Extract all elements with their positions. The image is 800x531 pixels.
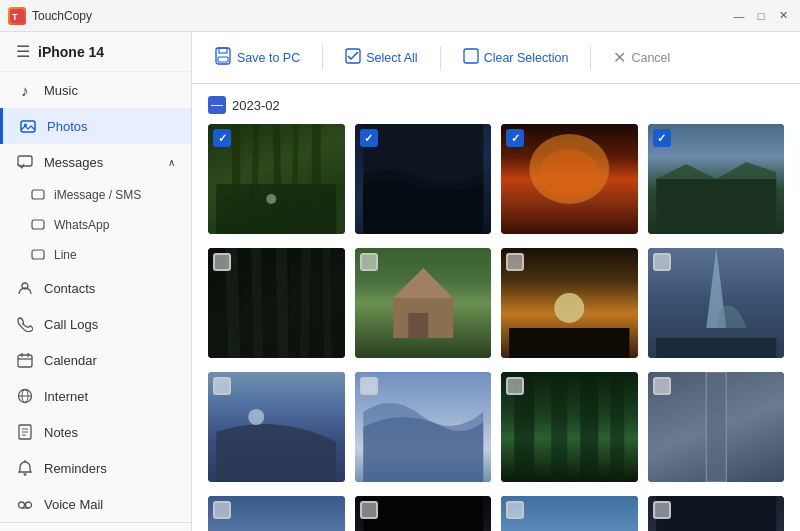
svg-point-23 bbox=[19, 502, 25, 508]
sidebar-label-line: Line bbox=[54, 248, 77, 262]
internet-icon bbox=[16, 387, 34, 405]
sidebar-item-internet[interactable]: Internet bbox=[0, 378, 191, 414]
photo-item-2[interactable] bbox=[355, 124, 492, 234]
photo-checkbox-5[interactable] bbox=[213, 253, 231, 271]
svg-text:T: T bbox=[12, 12, 18, 22]
photo-grid-row4 bbox=[208, 496, 784, 531]
photo-item-5[interactable] bbox=[208, 248, 345, 358]
photo-checkbox-16[interactable] bbox=[653, 501, 671, 519]
sidebar-item-settings[interactable]: Settings bbox=[0, 523, 191, 531]
sidebar-item-imessage[interactable]: iMessage / SMS bbox=[20, 180, 191, 210]
messages-sub-items: iMessage / SMS WhatsApp Line bbox=[0, 180, 191, 270]
sidebar-item-notes[interactable]: Notes bbox=[0, 414, 191, 450]
sidebar-item-calendar[interactable]: Calendar bbox=[0, 342, 191, 378]
clear-selection-button[interactable]: Clear Selection bbox=[457, 44, 575, 72]
photo-item-10[interactable] bbox=[355, 372, 492, 482]
notes-icon bbox=[16, 423, 34, 441]
photo-item-6[interactable] bbox=[355, 248, 492, 358]
toolbar-sep2 bbox=[440, 46, 441, 70]
reminders-icon bbox=[16, 459, 34, 477]
photo-item-1[interactable] bbox=[208, 124, 345, 234]
toolbar-sep1 bbox=[322, 46, 323, 70]
sidebar-item-messages[interactable]: Messages ∧ bbox=[0, 144, 191, 180]
save-to-pc-button[interactable]: Save to PC bbox=[208, 43, 306, 73]
photo-item-9[interactable] bbox=[208, 372, 345, 482]
cancel-button[interactable]: ✕ Cancel bbox=[607, 44, 676, 71]
minimize-button[interactable]: — bbox=[730, 7, 748, 25]
sidebar-item-music[interactable]: ♪ Music bbox=[0, 72, 191, 108]
photo-item-12[interactable] bbox=[648, 372, 785, 482]
sidebar-item-contacts[interactable]: Contacts bbox=[0, 270, 191, 306]
photo-checkbox-14[interactable] bbox=[360, 501, 378, 519]
photo-checkbox-3[interactable] bbox=[506, 129, 524, 147]
photo-grid-row2 bbox=[208, 248, 784, 358]
sidebar-label-internet: Internet bbox=[44, 389, 175, 404]
photo-item-11[interactable] bbox=[501, 372, 638, 482]
photo-checkbox-11[interactable] bbox=[506, 377, 524, 395]
maximize-button[interactable]: □ bbox=[752, 7, 770, 25]
whatsapp-icon bbox=[30, 217, 46, 233]
photo-item-15[interactable] bbox=[501, 496, 638, 531]
photo-item-8[interactable] bbox=[648, 248, 785, 358]
sidebar-item-voicemail[interactable]: Voice Mail bbox=[0, 486, 191, 522]
month-header: — 2023-02 bbox=[208, 96, 784, 114]
sidebar-label-music: Music bbox=[44, 83, 175, 98]
cancel-icon: ✕ bbox=[613, 48, 626, 67]
sidebar-label-voicemail: Voice Mail bbox=[44, 497, 175, 512]
photo-checkbox-9[interactable] bbox=[213, 377, 231, 395]
sidebar-item-whatsapp[interactable]: WhatsApp bbox=[20, 210, 191, 240]
photo-grid-container[interactable]: — 2023-02 bbox=[192, 84, 800, 531]
sidebar-label-messages: Messages bbox=[44, 155, 158, 170]
sidebar-label-notes: Notes bbox=[44, 425, 175, 440]
save-icon bbox=[214, 47, 232, 69]
sidebar-item-call-logs[interactable]: Call Logs bbox=[0, 306, 191, 342]
photo-item-4[interactable] bbox=[648, 124, 785, 234]
sidebar-item-photos[interactable]: Photos bbox=[0, 108, 191, 144]
month-toggle[interactable]: — bbox=[208, 96, 226, 114]
device-name: iPhone 14 bbox=[38, 44, 104, 60]
svg-line-45 bbox=[256, 248, 258, 358]
photo-checkbox-2[interactable] bbox=[360, 129, 378, 147]
svg-rect-28 bbox=[219, 48, 227, 53]
month-label: 2023-02 bbox=[232, 98, 280, 113]
photo-item-13[interactable] bbox=[208, 496, 345, 531]
photo-checkbox-10[interactable] bbox=[360, 377, 378, 395]
svg-rect-7 bbox=[32, 250, 44, 259]
sidebar-label-contacts: Contacts bbox=[44, 281, 175, 296]
svg-point-42 bbox=[539, 149, 599, 199]
photo-checkbox-4[interactable] bbox=[653, 129, 671, 147]
photo-checkbox-8[interactable] bbox=[653, 253, 671, 271]
contacts-icon bbox=[16, 279, 34, 297]
svg-line-44 bbox=[231, 248, 234, 358]
sidebar: ☰ iPhone 14 ♪ Music Photos Messages ∧ bbox=[0, 32, 192, 531]
photo-checkbox-15[interactable] bbox=[506, 501, 524, 519]
sidebar-item-line[interactable]: Line bbox=[20, 240, 191, 270]
sidebar-label-reminders: Reminders bbox=[44, 461, 175, 476]
photo-item-16[interactable] bbox=[648, 496, 785, 531]
sidebar-item-reminders[interactable]: Reminders bbox=[0, 450, 191, 486]
sidebar-label-whatsapp: WhatsApp bbox=[54, 218, 109, 232]
photo-item-7[interactable] bbox=[501, 248, 638, 358]
photos-icon bbox=[19, 117, 37, 135]
select-all-icon bbox=[345, 48, 361, 68]
calendar-icon bbox=[16, 351, 34, 369]
title-bar: T TouchCopy — □ ✕ bbox=[0, 0, 800, 32]
photo-grid-row3 bbox=[208, 372, 784, 482]
photo-checkbox-6[interactable] bbox=[360, 253, 378, 271]
photo-checkbox-13[interactable] bbox=[213, 501, 231, 519]
photo-checkbox-1[interactable] bbox=[213, 129, 231, 147]
sidebar-label-calendar: Calendar bbox=[44, 353, 175, 368]
photo-item-3[interactable] bbox=[501, 124, 638, 234]
hamburger-icon[interactable]: ☰ bbox=[16, 42, 30, 61]
photo-checkbox-7[interactable] bbox=[506, 253, 524, 271]
photo-item-14[interactable] bbox=[355, 496, 492, 531]
svg-rect-31 bbox=[464, 49, 478, 63]
app-icon: T bbox=[8, 7, 26, 25]
photo-checkbox-12[interactable] bbox=[653, 377, 671, 395]
select-all-button[interactable]: Select All bbox=[339, 44, 423, 72]
svg-line-36 bbox=[276, 124, 278, 212]
svg-rect-43 bbox=[656, 179, 776, 234]
close-button[interactable]: ✕ bbox=[774, 7, 792, 25]
window-controls[interactable]: — □ ✕ bbox=[730, 7, 792, 25]
svg-line-47 bbox=[304, 248, 306, 358]
